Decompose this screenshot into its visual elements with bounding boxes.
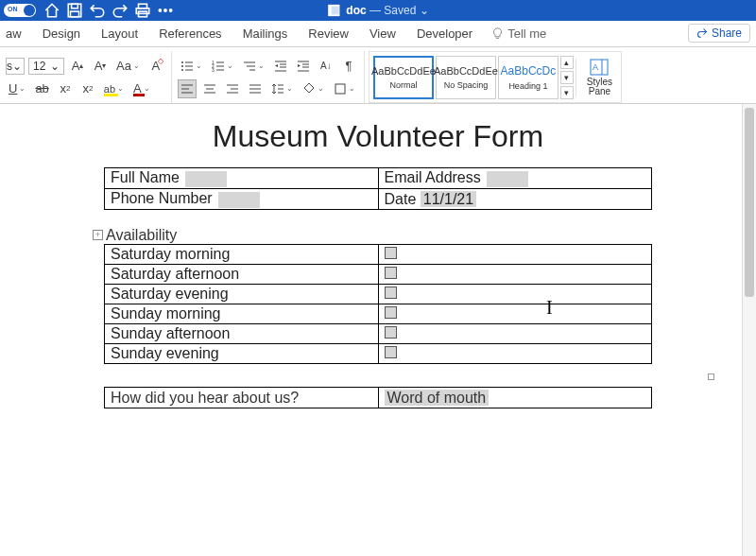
superscript-button[interactable]: x2 (78, 79, 97, 98)
svg-text:3: 3 (212, 67, 215, 73)
chevron-up-icon[interactable]: ▴ (560, 56, 574, 69)
highlight-button[interactable]: ab⌄ (101, 79, 127, 98)
change-case-button[interactable]: Aa⌄ (113, 57, 143, 76)
styles-pane-button[interactable]: A StylesPane (576, 59, 617, 96)
svg-point-13 (181, 65, 183, 67)
tell-me[interactable]: Tell me (491, 26, 546, 41)
table-row: Sunday morning (105, 304, 652, 324)
date-field[interactable]: 11/1/21 (421, 191, 476, 207)
more-icon[interactable] (157, 2, 174, 19)
svg-rect-1 (72, 4, 78, 9)
style-normal[interactable]: AaBbCcDdEe Normal (373, 56, 434, 99)
table-move-handle[interactable]: + (93, 230, 103, 240)
multilevel-list-button[interactable]: ⌄ (240, 57, 267, 76)
hear-table[interactable]: How did you hear about us? Word of mouth (104, 387, 652, 408)
tab-draw[interactable]: aw (4, 25, 24, 43)
table-resize-handle[interactable] (708, 374, 714, 380)
checkbox[interactable] (385, 247, 397, 259)
svg-point-7 (164, 9, 166, 11)
table-row: Sunday afternoon (105, 324, 652, 344)
align-right-button[interactable] (223, 79, 242, 98)
tab-layout[interactable]: Layout (99, 25, 140, 43)
align-left-button[interactable] (178, 79, 197, 98)
svg-point-11 (181, 61, 183, 63)
align-center-button[interactable] (200, 79, 219, 98)
tab-mailings[interactable]: Mailings (241, 25, 290, 43)
subscript-button[interactable]: x2 (56, 79, 75, 98)
undo-icon[interactable] (89, 2, 106, 19)
autosave-toggle[interactable] (4, 4, 36, 17)
hear-question[interactable]: How did you hear about us? (105, 388, 379, 408)
availability-label: + Availability (106, 227, 680, 244)
checkbox[interactable] (385, 267, 397, 279)
chevron-down-icon[interactable]: ▾ (560, 71, 574, 84)
svg-rect-10 (332, 7, 339, 15)
increase-indent-button[interactable] (294, 57, 313, 76)
contact-table[interactable]: Full Name Email Address Phone Number Dat… (104, 167, 652, 210)
styles-scroll[interactable]: ▴ ▾ ▾ (560, 56, 574, 99)
tab-references[interactable]: References (157, 25, 223, 43)
email-field[interactable] (487, 171, 528, 187)
ribbon-toolbar: s⌄ 12⌄ A▴ A▾ Aa⌄ A◇ U⌄ ab x2 x2 ab⌄ A⌄ ⌄… (0, 47, 756, 104)
lightbulb-icon (491, 27, 504, 40)
underline-button[interactable]: U⌄ (6, 79, 28, 98)
strikethrough-button[interactable]: ab (32, 79, 51, 98)
svg-text:A: A (593, 62, 598, 72)
hear-answer-field[interactable]: Word of mouth (385, 390, 490, 406)
paragraph-group: ⌄ 123⌄ ⌄ A↓ ¶ ⌄ ⌄ ⌄ (172, 51, 365, 103)
font-size-dropdown[interactable]: 12⌄ (28, 58, 64, 75)
share-icon (696, 27, 708, 39)
checkbox[interactable] (385, 346, 397, 358)
clear-formatting-button[interactable]: A◇ (146, 57, 165, 76)
doc-name: doc — Saved ⌄ (327, 4, 428, 17)
tab-design[interactable]: Design (41, 25, 82, 43)
scrollbar-thumb[interactable] (745, 108, 754, 297)
table-row: Saturday morning (105, 245, 652, 265)
full-name-field[interactable] (185, 171, 227, 187)
table-row: Saturday afternoon (105, 265, 652, 285)
availability-table[interactable]: Saturday morning Saturday afternoon Satu… (104, 244, 652, 364)
show-marks-button[interactable]: ¶ (339, 57, 358, 76)
document-area[interactable]: Museum Volunteer Form Full Name Email Ad… (0, 104, 756, 556)
borders-button[interactable]: ⌄ (331, 79, 358, 98)
styles-more-icon[interactable]: ▾ (560, 86, 574, 99)
print-icon[interactable] (134, 2, 151, 19)
word-app-icon (327, 4, 340, 17)
style-no-spacing[interactable]: AaBbCcDdEe No Spacing (436, 56, 496, 99)
svg-rect-49 (335, 84, 345, 94)
decrease-font-button[interactable]: A▾ (91, 57, 110, 76)
checkbox[interactable] (385, 306, 397, 319)
phone-field[interactable] (218, 192, 260, 208)
save-icon[interactable] (66, 2, 83, 19)
justify-button[interactable] (246, 79, 265, 98)
checkbox[interactable] (385, 287, 397, 299)
ribbon-tabs: aw Design Layout References Mailings Rev… (0, 21, 756, 47)
svg-rect-2 (71, 11, 79, 17)
increase-font-button[interactable]: A▴ (68, 57, 87, 76)
line-spacing-button[interactable]: ⌄ (268, 79, 296, 98)
full-name-label: Full Name (111, 169, 180, 185)
home-icon[interactable] (43, 2, 60, 19)
svg-point-8 (170, 9, 172, 11)
svg-point-6 (159, 9, 161, 11)
decrease-indent-button[interactable] (271, 57, 290, 76)
checkbox[interactable] (385, 326, 397, 339)
page[interactable]: Museum Volunteer Form Full Name Email Ad… (19, 104, 737, 556)
numbering-button[interactable]: 123⌄ (209, 57, 236, 76)
phone-label: Phone Number (111, 190, 213, 206)
tab-view[interactable]: View (368, 25, 398, 43)
share-button[interactable]: Share (688, 24, 750, 43)
doc-title[interactable]: Museum Volunteer Form (76, 119, 680, 154)
email-label: Email Address (385, 169, 481, 185)
redo-icon[interactable] (112, 2, 129, 19)
titlebar: doc — Saved ⌄ (0, 0, 756, 21)
tab-developer[interactable]: Developer (415, 25, 474, 43)
sort-button[interactable]: A↓ (317, 57, 335, 76)
bullets-button[interactable]: ⌄ (178, 57, 205, 76)
font-color-button[interactable]: A⌄ (130, 79, 153, 98)
style-heading1[interactable]: AaBbCcDc Heading 1 (498, 56, 558, 99)
tab-review[interactable]: Review (306, 25, 351, 43)
vertical-scrollbar[interactable] (742, 104, 756, 556)
font-name-dropdown[interactable]: s⌄ (6, 58, 25, 75)
shading-button[interactable]: ⌄ (300, 79, 327, 98)
